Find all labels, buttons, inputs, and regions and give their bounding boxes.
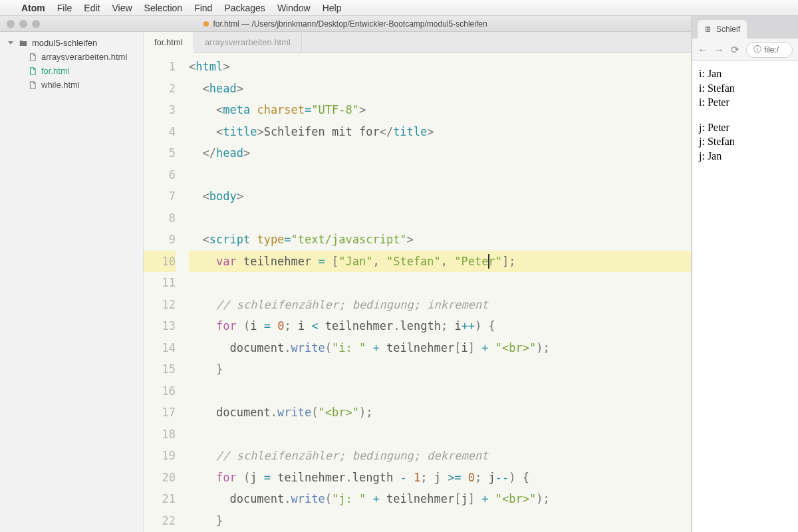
window-minimize-icon[interactable]: [19, 20, 27, 28]
window-traffic-lights: [0, 20, 40, 28]
info-icon[interactable]: ⓘ: [753, 44, 761, 55]
output-line: j: Peter: [699, 120, 791, 135]
window-zoom-icon[interactable]: [32, 20, 40, 28]
browser-tabstrip: 🗎 Schleif: [692, 16, 798, 39]
browser-tab[interactable]: 🗎 Schleif: [698, 20, 747, 39]
menu-packages[interactable]: Packages: [224, 3, 265, 13]
line-number-gutter: 12345678910111213141516171819202122: [144, 53, 185, 532]
output-line: i: Stefan: [699, 81, 791, 96]
chevron-down-icon[interactable]: [8, 41, 13, 45]
code-editor[interactable]: 12345678910111213141516171819202122 <htm…: [144, 53, 691, 532]
file-tree[interactable]: modul5-schleifen arraysverarbeiten.html …: [0, 32, 144, 532]
tree-file-label: arraysverarbeiten.html: [41, 52, 127, 62]
code-line[interactable]: // schleifenzähler; bedingung; dekrement: [189, 445, 691, 467]
menu-selection[interactable]: Selection: [144, 3, 183, 13]
code-line[interactable]: var teilnehmer = ["Jan", "Stefan", "Pete…: [189, 251, 691, 273]
code-line[interactable]: for (i = 0; i < teilnehmer.length; i++) …: [189, 315, 691, 337]
tree-file-label: for.html: [41, 66, 70, 76]
code-line[interactable]: [189, 164, 691, 186]
menu-view[interactable]: View: [112, 3, 132, 13]
code-line[interactable]: [189, 380, 691, 402]
code-line[interactable]: [189, 424, 691, 446]
code-line[interactable]: }: [189, 510, 691, 532]
tab-label: for.html: [154, 37, 183, 47]
file-icon: [28, 66, 37, 76]
window-close-icon[interactable]: [7, 20, 15, 28]
output-line: j: Jan: [699, 149, 791, 164]
menu-window[interactable]: Window: [277, 3, 311, 13]
tree-file-for[interactable]: for.html: [0, 64, 143, 78]
browser-tab-title: Schleif: [716, 25, 740, 34]
back-icon[interactable]: ←: [698, 44, 708, 55]
menu-edit[interactable]: Edit: [84, 3, 100, 13]
editor-tabbar: for.html arraysverarbeiten.html: [144, 32, 691, 53]
window-titlebar[interactable]: for.html — /Users/jbrinkmann/Desktop/Ent…: [0, 16, 691, 32]
url-field[interactable]: ⓘ file:/: [746, 42, 793, 58]
code-line[interactable]: document.write("j: " + teilnehmer[j] + "…: [189, 488, 691, 510]
modified-indicator-icon: [203, 21, 209, 27]
code-line[interactable]: <html>: [189, 56, 691, 78]
text-cursor: [488, 254, 489, 269]
code-line[interactable]: [189, 207, 691, 229]
code-line[interactable]: }: [189, 358, 691, 380]
code-line[interactable]: <script type="text/javascript">: [189, 229, 691, 251]
forward-icon[interactable]: →: [714, 44, 724, 55]
code-line[interactable]: <meta charset="UTF-8">: [189, 99, 691, 121]
editor-pane: for.html arraysverarbeiten.html 12345678…: [144, 32, 691, 532]
tree-root-folder[interactable]: modul5-schleifen: [0, 36, 143, 50]
menu-help[interactable]: Help: [323, 3, 342, 13]
file-icon: [28, 80, 37, 90]
macos-menubar: Atom File Edit View Selection Find Packa…: [0, 0, 798, 16]
file-icon: [28, 53, 37, 62]
window-title: for.html — /Users/jbrinkmann/Desktop/Ent…: [213, 19, 487, 29]
menu-file[interactable]: File: [57, 3, 72, 13]
reload-icon[interactable]: ⟳: [731, 44, 739, 56]
code-line[interactable]: <title>Schleifen mit for</title>: [189, 121, 691, 143]
code-line[interactable]: <head>: [189, 78, 691, 100]
code-line[interactable]: document.write("i: " + teilnehmer[i] + "…: [189, 337, 691, 359]
tab-label: arraysverarbeiten.html: [205, 37, 291, 47]
code-line[interactable]: // schleifenzähler; bedingung; inkrement: [189, 294, 691, 316]
output-line: i: Peter: [699, 95, 791, 110]
output-line: j: Stefan: [699, 134, 791, 149]
code-line[interactable]: </head>: [189, 142, 691, 164]
url-text: file:/: [764, 45, 779, 55]
output-line: i: Jan: [699, 66, 791, 81]
atom-window: for.html — /Users/jbrinkmann/Desktop/Ent…: [0, 16, 692, 532]
code-line[interactable]: [189, 272, 691, 294]
menu-find[interactable]: Find: [194, 3, 212, 13]
folder-icon: [19, 39, 28, 48]
code-line[interactable]: <body>: [189, 186, 691, 207]
browser-window: 🗎 Schleif ← → ⟳ ⓘ file:/ i: Jani: Stefan…: [692, 16, 798, 532]
code-line[interactable]: document.write("<br>");: [189, 402, 691, 424]
tab-arraysverarbeiten-html[interactable]: arraysverarbeiten.html: [194, 32, 302, 53]
app-menu[interactable]: Atom: [21, 3, 45, 13]
page-icon: 🗎: [704, 25, 712, 34]
tree-root-label: modul5-schleifen: [32, 38, 97, 48]
tree-file-arraysverarbeiten[interactable]: arraysverarbeiten.html: [0, 50, 143, 64]
tab-for-html[interactable]: for.html: [144, 32, 194, 53]
browser-toolbar: ← → ⟳ ⓘ file:/: [692, 39, 798, 61]
tree-file-while[interactable]: while.html: [0, 78, 143, 92]
code-lines[interactable]: <html> <head> <meta charset="UTF-8"> <ti…: [185, 53, 691, 532]
tree-file-label: while.html: [41, 80, 80, 90]
code-line[interactable]: for (j = teilnehmer.length - 1; j >= 0; …: [189, 467, 691, 489]
page-content: i: Jani: Stefani: Peterj: Peterj: Stefan…: [692, 61, 798, 169]
